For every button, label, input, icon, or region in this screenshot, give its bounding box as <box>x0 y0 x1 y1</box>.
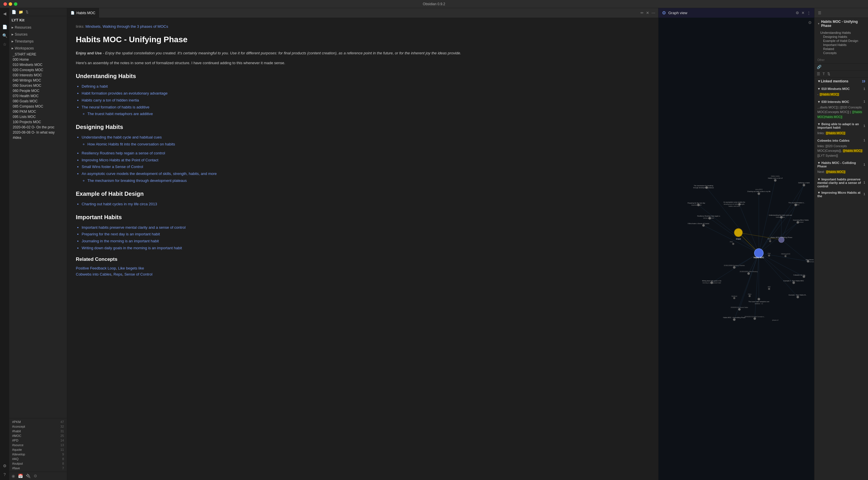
sidebar-item-100[interactable]: 100 Projects MOC <box>9 119 67 125</box>
sidebar-item-2020-08[interactable]: 2020-08-08 O- In what way <box>9 130 67 135</box>
mention-group-header-preserve[interactable]: ▼ Important habits preserve mental clari… <box>817 177 865 189</box>
more-options-icon[interactable]: ⋯ <box>652 11 655 15</box>
sidebar-new-note-icon[interactable]: 📄 <box>11 10 16 14</box>
link-reps[interactable]: Reps <box>114 272 122 276</box>
format-list-icon[interactable]: ☰ <box>817 72 820 76</box>
graph-icon[interactable]: ◉ <box>11 474 15 478</box>
sidebar-item-000[interactable]: 000 Home <box>9 57 67 62</box>
tag-row-habit[interactable]: #habit 31 <box>9 429 67 434</box>
link-preparing-next-day[interactable]: Preparing for the next day is an importa… <box>82 232 160 236</box>
outline-understanding[interactable]: Understanding Habits <box>817 31 865 35</box>
tag-row-output[interactable]: #output 8 <box>9 461 67 466</box>
format-sort-icon[interactable]: ⇅ <box>827 72 830 76</box>
resources-header[interactable]: ▶ Resources <box>9 25 67 30</box>
backlink-icon[interactable]: 🔗 <box>817 65 822 69</box>
calendar-icon[interactable]: 📅 <box>18 474 23 478</box>
link-mechanism[interactable]: The mechanism for breaking through devel… <box>87 178 187 183</box>
link-habits-inertia[interactable]: Habits carry a ton of hidden inertia <box>82 98 139 102</box>
close-tab-icon[interactable]: ✕ <box>646 11 649 15</box>
sidebar-item-010[interactable]: 010 Mindsets MOC <box>9 62 67 67</box>
sidebar-item-idea[interactable]: #idea <box>9 135 67 140</box>
sidebar-item-040[interactable]: 040 Writings MOC <box>9 78 67 83</box>
mention-group-header-030[interactable]: ▼ 030 Interests MOC 1 <box>817 99 865 104</box>
link-asymptotic[interactable]: An asymptotic curve models the developme… <box>82 171 217 176</box>
tag-row-source[interactable]: #source 13 <box>9 443 67 447</box>
sidebar-item-060[interactable]: 060 People MOC <box>9 88 67 93</box>
graph-more-icon[interactable]: ⋮ <box>807 11 811 15</box>
timestamps-header[interactable]: ▶ Timestamps <box>9 38 67 44</box>
link-cobwebs[interactable]: Cobwebs into Cables <box>76 272 112 276</box>
close-button[interactable] <box>3 2 7 6</box>
link-journaling[interactable]: Journaling in the morning is an importan… <box>82 239 159 243</box>
outline-header[interactable]: ▼ Habits MOC - Unifying Phase <box>814 18 868 30</box>
editor-tab-habits-moc[interactable]: 📄 Habits MOC <box>67 8 99 18</box>
maximize-button[interactable] <box>14 2 18 6</box>
settings-bottom-icon[interactable]: ⚙ <box>34 474 37 478</box>
minimize-button[interactable] <box>9 2 12 6</box>
sidebar-item-2020-06[interactable]: 2020-06-02 O- On the proc <box>9 125 67 130</box>
outline-designing[interactable]: Designing Habits <box>817 35 865 39</box>
tag-row-moc[interactable]: #MOC 25 <box>9 434 67 438</box>
sidebar-item-085[interactable]: 085 Compass MOC <box>9 104 67 109</box>
settings-icon[interactable]: ⚙ <box>1 462 8 469</box>
sidebar-item-080[interactable]: 080 Goals MOC <box>9 99 67 104</box>
collapse-sidebar-icon[interactable]: ◀ <box>1 10 8 17</box>
mention-group-header-micro[interactable]: ▼ Improving Micro Habits at the 1 <box>817 190 865 199</box>
format-text-icon[interactable]: T <box>823 72 825 76</box>
tag-row-quote[interactable]: #quote 11 <box>9 447 67 452</box>
graph-canvas[interactable]: ⚙ <box>658 18 814 480</box>
link-like-begets[interactable]: Like begets like <box>118 266 144 270</box>
edit-icon[interactable]: ✏ <box>641 11 644 15</box>
new-note-icon[interactable]: 📄 <box>1 24 8 30</box>
mention-group-header-adapt[interactable]: ▼ Being able to adapt is an important ha… <box>817 122 865 130</box>
link-important-preserve[interactable]: Important habits preserve mental clarity… <box>82 225 186 230</box>
workspaces-header[interactable]: ▶ Workspaces <box>9 45 67 51</box>
link-truest-metaphors[interactable]: The truest habit metaphors are additive <box>87 112 153 116</box>
graph-close-icon[interactable]: ✕ <box>801 11 805 15</box>
linked-mentions-header[interactable]: ▼ Linked mentions 19 <box>814 77 868 85</box>
panel-list-icon[interactable]: ☰ <box>817 10 823 15</box>
sidebar-sort-icon[interactable]: ⇅ <box>26 10 29 14</box>
link-defining-habit[interactable]: Defining a habit <box>82 84 108 89</box>
link-writing-daily[interactable]: Writing down daily goals in the morning … <box>82 246 182 250</box>
link-sense-control[interactable]: Sense of Control <box>124 272 153 276</box>
sidebar-item-090[interactable]: 090 PKM MOC <box>9 109 67 114</box>
search-global-icon[interactable]: 🔍 <box>1 32 8 39</box>
link-resiliency[interactable]: Resiliency Routines help regain a sense … <box>82 151 165 155</box>
help-icon[interactable]: ? <box>1 471 8 478</box>
link-mindsets[interactable]: Mindsets <box>85 24 100 29</box>
mention-group-header-colliding[interactable]: ▼ Habits MOC - Colliding Phase 1 <box>817 160 865 169</box>
starred-icon[interactable]: ☆ <box>1 41 8 47</box>
sidebar-item-020[interactable]: 020 Concepts MOC <box>9 67 67 73</box>
sources-header[interactable]: ▶ Sources <box>9 32 67 37</box>
link-small-wins[interactable]: Small Wins foster a Sense of Control <box>82 165 143 169</box>
sidebar-item-030[interactable]: 030 Interests MOC <box>9 73 67 78</box>
outline-related[interactable]: Related <box>817 47 865 51</box>
link-micro-habits[interactable]: Improving Micro Habits at the Point of C… <box>82 158 158 162</box>
graph-settings-icon[interactable]: ⚙ <box>796 11 799 15</box>
link-charting[interactable]: Charting out habit cycles in my life cir… <box>82 202 157 206</box>
link-habit-formation[interactable]: Habit formation provides an evolutionary… <box>82 91 167 95</box>
sidebar-item-start[interactable]: _START HERE <box>9 52 67 57</box>
tag-row-aq[interactable]: #AQ 8 <box>9 456 67 461</box>
sidebar-new-folder-icon[interactable]: 📁 <box>19 10 23 14</box>
outline-important[interactable]: Important Habits <box>817 43 865 47</box>
graph-settings-toggle[interactable]: ⚙ <box>808 20 812 25</box>
sidebar-item-070[interactable]: 070 Health MOC <box>9 93 67 99</box>
tag-row-concept[interactable]: #concept 32 <box>9 424 67 429</box>
outline-example[interactable]: Example of Habit Design <box>817 39 865 43</box>
sidebar-item-095[interactable]: 095 Lists MOC <box>9 114 67 119</box>
link-atomic-habits[interactable]: How Atomic Habits fit into the conversat… <box>87 142 175 146</box>
tag-row-develop[interactable]: #develop 9 <box>9 452 67 456</box>
link-habit-cycle[interactable]: Understanding the habit cycle and habitu… <box>82 135 162 139</box>
link-3phases[interactable]: Walking through the 3 phases of MOCs <box>103 24 168 29</box>
mention-group-header-010[interactable]: ▼ 010 Mindsets MOC 1 <box>817 86 865 91</box>
tag-row-pd[interactable]: #PD 14 <box>9 438 67 443</box>
outline-concepts[interactable]: Concepts <box>817 51 865 55</box>
link-positive-feedback[interactable]: Positive Feedback Loop <box>76 266 116 270</box>
link-neural-formation[interactable]: The neural formation of habits is additi… <box>82 105 149 109</box>
sidebar-item-050[interactable]: 050 Sources MOC <box>9 83 67 88</box>
mention-group-header-cobwebs[interactable]: Cobwebs into Cables 1 <box>817 138 865 143</box>
tag-row-fave[interactable]: #fave 7 <box>9 466 67 471</box>
tag-row-pkm[interactable]: #PKM 47 <box>9 419 67 424</box>
